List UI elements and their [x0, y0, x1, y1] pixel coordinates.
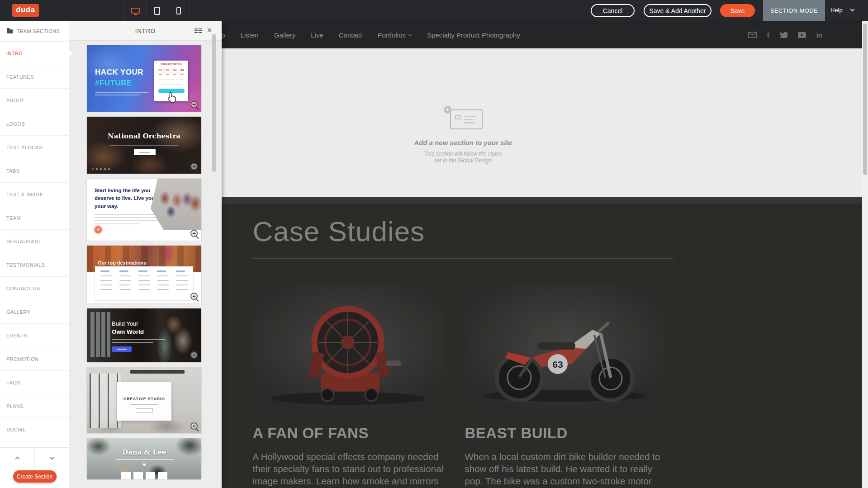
case-study-heading: BEAST BUILD: [465, 425, 664, 442]
desktop-view-button[interactable]: [124, 0, 146, 21]
sidebar-item-plans[interactable]: PLANS: [0, 394, 69, 418]
page-scrollbar[interactable]: [862, 21, 868, 488]
case-study-card-fan: A FAN OF FANS A Hollywood special effect…: [253, 284, 445, 488]
site-nav-link-portfolios[interactable]: Portfolios: [377, 31, 412, 39]
zoom-in-icon[interactable]: [190, 101, 198, 108]
sidebar-item-gallery[interactable]: GALLERY: [0, 300, 69, 324]
sidebar-item-restaurant[interactable]: RESTAURANT: [0, 230, 69, 253]
create-section-button[interactable]: Create Section: [13, 470, 57, 483]
add-section-icon: +: [444, 108, 483, 129]
add-section-title: Add a new section to your site: [368, 139, 558, 147]
case-study-body: A Hollywood special effects company need…: [253, 450, 445, 488]
page-scrollbar-thumb[interactable]: [863, 24, 867, 175]
sections-sidebar: TEAM SECTIONS INTRO FEATURES ABOUT LOGOS…: [0, 21, 69, 488]
editor-top-bar: duda Cancel Save & Add Another Save SECT…: [0, 0, 868, 21]
links-table-preview: [95, 266, 193, 300]
template-thumbnail-list: HACK YOUR #FUTURE WEBINAR STARTS IN 03 0…: [86, 41, 202, 488]
thumb-title: CREATIVE STUDIO: [117, 397, 171, 401]
case-studies-title: Case Studies: [253, 215, 674, 247]
plus-icon: +: [95, 226, 102, 233]
zoom-in-icon[interactable]: [190, 351, 198, 359]
case-study-heading: A FAN OF FANS: [253, 425, 445, 442]
panel-scrollbar[interactable]: [212, 34, 216, 172]
sidebar-footer: Create Section: [0, 447, 69, 488]
sidebar-item-events[interactable]: EVENTS: [0, 324, 69, 347]
template-thumb-hack-your-future[interactable]: HACK YOUR #FUTURE WEBINAR STARTS IN 03 0…: [86, 45, 202, 112]
sidebar-item-logos[interactable]: LOGOS: [0, 112, 69, 136]
add-section-subtitle: This section will follow the styles set …: [368, 151, 558, 164]
email-icon[interactable]: [748, 32, 757, 38]
sidebar-item-intro[interactable]: INTRO: [0, 42, 69, 65]
close-icon[interactable]: ✕: [207, 27, 213, 34]
sidebar-item-social[interactable]: SOCIAL: [0, 418, 69, 441]
dirt-bike-image: 63: [465, 284, 664, 413]
sidebar-item-testimonials[interactable]: TESTIMONIALS: [0, 253, 69, 277]
sidebar-item-about[interactable]: ABOUT: [0, 89, 69, 112]
zoom-in-icon[interactable]: [190, 422, 198, 430]
case-study-card-bike: 63 BEAST BUILD When a local custom dirt …: [465, 284, 664, 488]
caret-down-icon: [142, 464, 147, 466]
template-thumb-creative-studio[interactable]: CREATIVE STUDIO: [86, 367, 202, 434]
zoom-in-icon[interactable]: [190, 163, 198, 170]
template-thumb-start-living[interactable]: Start living the life you deserve to liv…: [86, 178, 202, 241]
sidebar-item-faqs[interactable]: FAQS: [0, 371, 69, 394]
template-thumb-national-orchestra[interactable]: National Orchestra: [86, 116, 202, 174]
facebook-icon[interactable]: f: [767, 31, 769, 39]
mobile-view-button[interactable]: [168, 0, 190, 21]
scroll-down-button[interactable]: [34, 448, 69, 468]
signup-button-preview: [158, 89, 185, 93]
sidebar-item-team[interactable]: TEAM: [0, 206, 69, 230]
scroll-up-button[interactable]: [0, 448, 34, 468]
sidebar-header-label: TEAM SECTIONS: [17, 28, 60, 34]
tablet-view-button[interactable]: [146, 0, 168, 21]
button-preview: [136, 408, 153, 412]
thumb-title: HACK YOUR: [95, 68, 143, 77]
bike-number-plate: 63: [552, 359, 563, 370]
tablet-icon: [154, 7, 160, 15]
grid-view-icon[interactable]: [194, 28, 202, 33]
sidebar-item-contact-us[interactable]: CONTACT US: [0, 277, 69, 300]
duda-logo: duda: [12, 4, 39, 17]
zoom-in-icon[interactable]: [190, 230, 198, 237]
chevron-up-icon: [15, 457, 19, 461]
save-button[interactable]: Save: [720, 4, 755, 17]
save-add-another-button[interactable]: Save & Add Another: [644, 4, 711, 17]
linkedin-icon[interactable]: in: [816, 31, 822, 39]
site-nav-items: io Listen Gallery Live Contact Portfolio…: [220, 21, 520, 48]
portfolios-label: Portfolios: [377, 31, 406, 39]
sidebar-item-features[interactable]: FEATURES: [0, 65, 69, 89]
mobile-icon: [176, 7, 181, 14]
site-nav-link-gallery[interactable]: Gallery: [274, 31, 296, 39]
chevron-down-icon[interactable]: [850, 7, 855, 12]
duda-editor-window: io Listen Gallery Live Contact Portfolio…: [0, 0, 868, 488]
sidebar-item-promotion[interactable]: PROMOTION: [0, 347, 69, 371]
folder-icon: [7, 29, 13, 33]
site-nav-link-live[interactable]: Live: [311, 31, 323, 39]
site-nav-link-contact[interactable]: Contact: [339, 31, 362, 39]
fan-machine-image: [253, 284, 445, 413]
countdown-widget: WEBINAR STARTS IN 03 08 43 53: [154, 61, 188, 101]
countdown-boxes: [87, 472, 201, 480]
twitter-icon[interactable]: [780, 32, 787, 38]
template-thumb-top-destinations[interactable]: Our top destinations: [86, 245, 202, 304]
chevron-down-icon: [408, 32, 412, 36]
help-button[interactable]: Help: [830, 7, 843, 14]
panel-header: INTRO ✕: [69, 21, 222, 41]
sidebar-item-tabs[interactable]: TABS: [0, 159, 69, 183]
site-nav-link-listen[interactable]: Listen: [241, 31, 259, 39]
thumb-title: National Orchestra: [87, 132, 201, 140]
section-wireframe-icon: [450, 109, 483, 129]
chevron-down-icon: [50, 455, 54, 460]
sidebar-item-text-blocks[interactable]: TEXT BLOCKS: [0, 136, 69, 159]
template-thumb-dana-and-lee[interactable]: Dana & Lee: [86, 438, 202, 480]
sidebar-item-text-image[interactable]: TEXT & IMAGE: [0, 183, 69, 206]
sidebar-header: TEAM SECTIONS: [0, 21, 69, 42]
section-mode-badge: SECTION MODE: [763, 0, 825, 21]
zoom-in-icon[interactable]: [190, 293, 198, 300]
thumb-title: Own World: [112, 328, 144, 335]
thumb-title: Our top destinations: [98, 260, 147, 265]
template-thumb-build-your-own-world[interactable]: Build Your Own World: [86, 308, 202, 363]
site-nav-link-specialty[interactable]: Specialty Product Photography: [427, 31, 520, 39]
cancel-button[interactable]: Cancel: [591, 4, 635, 17]
youtube-icon[interactable]: [798, 32, 806, 38]
